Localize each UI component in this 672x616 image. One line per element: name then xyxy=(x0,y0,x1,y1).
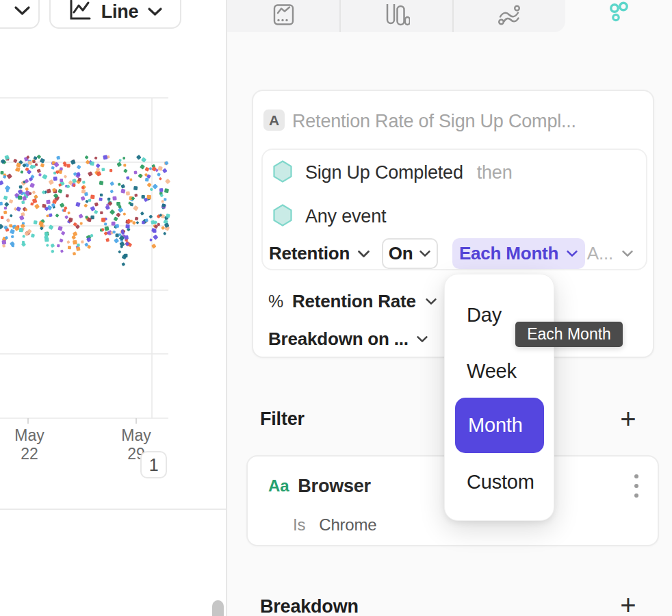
hexagon-icon xyxy=(272,204,293,229)
event-row-return[interactable]: Any event xyxy=(272,204,400,229)
flow-icon xyxy=(497,4,521,29)
filter-property-label: Browser xyxy=(298,476,371,497)
left-pane-scrollbar-thumb[interactable] xyxy=(212,600,224,616)
interval-menu: Day Week Month Custom xyxy=(444,274,554,521)
event-name: Any event xyxy=(305,206,386,227)
filter-operator-dropdown[interactable]: Is xyxy=(293,515,305,535)
query-panel: A Retention Rate of Sign Up Compl... Sig… xyxy=(227,0,672,616)
menu-item-custom[interactable]: Custom xyxy=(467,471,534,493)
series-badge: A xyxy=(263,110,285,131)
chevron-down-icon xyxy=(425,298,437,305)
event-suffix: then xyxy=(477,162,513,183)
metric-row: % Retention Rate < xyxy=(268,290,458,312)
kebab-menu-icon[interactable] xyxy=(631,473,642,499)
framed-chart-icon xyxy=(273,3,294,29)
interval-dropdown[interactable]: Each Month xyxy=(452,238,585,269)
chevron-down-icon xyxy=(416,335,428,343)
metric-dropdown[interactable]: Retention Rate xyxy=(292,291,416,312)
scatter-dots-icon xyxy=(606,13,631,25)
events-card: Sign Up Completed then Any event Retenti… xyxy=(261,149,647,270)
event-name: Sign Up Completed xyxy=(305,162,463,183)
interval-tooltip: Each Month xyxy=(515,322,623,347)
chevron-down-icon xyxy=(621,250,634,257)
pagination-page-button[interactable]: 1 xyxy=(140,451,167,478)
query-title-input[interactable]: Retention Rate of Sign Up Compl... xyxy=(292,111,576,132)
chevron-down-icon xyxy=(419,250,431,257)
on-dropdown[interactable]: On xyxy=(382,238,438,269)
menu-item-week[interactable]: Week xyxy=(467,360,517,383)
hexagon-icon xyxy=(272,160,293,185)
chevron-down-icon xyxy=(357,250,370,258)
on-label: On xyxy=(389,243,413,264)
breakdown-on-dropdown[interactable]: Breakdown on ... xyxy=(268,328,428,350)
chevron-down-icon xyxy=(566,250,578,257)
breakdown-on-label: Breakdown on ... xyxy=(268,329,409,350)
menu-item-day[interactable]: Day xyxy=(467,304,502,326)
analytics-app: { "chart_data": { "type": "scatter", "x_… xyxy=(0,0,672,616)
bar-chart-icon xyxy=(385,4,410,29)
menu-item-month-selected[interactable]: Month xyxy=(455,398,544,453)
add-breakdown-button[interactable]: + xyxy=(615,591,642,616)
filter-condition-row: Is Chrome xyxy=(293,515,376,535)
add-filter-button[interactable]: + xyxy=(615,405,642,433)
truncated-label: A... xyxy=(587,243,613,264)
left-pane-divider xyxy=(0,509,227,510)
tab-flow-view[interactable] xyxy=(453,0,565,32)
string-type-icon: Aa xyxy=(268,476,289,496)
percent-symbol: % xyxy=(268,292,283,311)
retention-mode-dropdown[interactable]: Retention xyxy=(269,243,370,264)
retention-mode-label: Retention xyxy=(269,243,350,264)
x-axis-tick-label: May 22 xyxy=(5,426,54,463)
event-row-first[interactable]: Sign Up Completed then xyxy=(272,160,512,185)
filter-section-title: Filter xyxy=(260,409,305,430)
filter-value-dropdown[interactable]: Chrome xyxy=(319,515,376,535)
tab-bars-view[interactable] xyxy=(341,0,453,32)
retention-controls-row: Retention On Each Month xyxy=(269,238,639,269)
tab-chart-view[interactable] xyxy=(227,0,339,32)
tab-scatter-view[interactable] xyxy=(606,1,631,25)
truncated-dropdown[interactable]: A... xyxy=(587,243,634,264)
view-tabbar xyxy=(227,0,565,32)
filter-property-row[interactable]: Aa Browser xyxy=(268,474,371,498)
interval-label: Each Month xyxy=(459,243,558,264)
breakdown-section-title: Breakdown xyxy=(260,596,359,616)
